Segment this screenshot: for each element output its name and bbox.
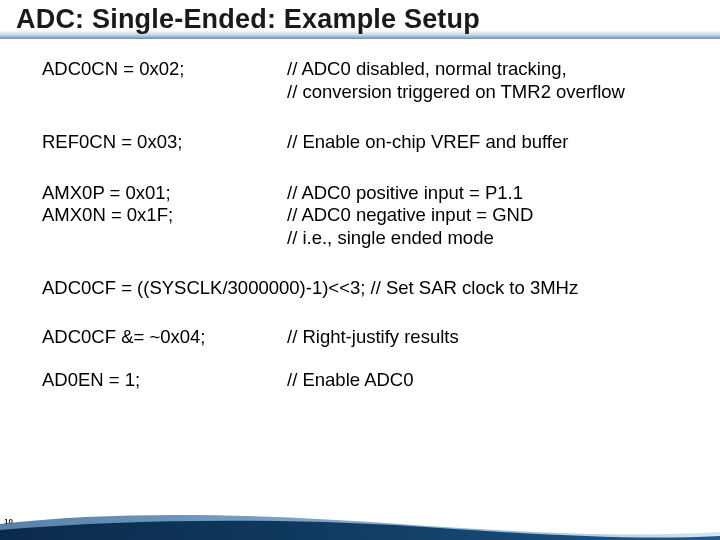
code-comment: // Enable on-chip VREF and buffer [287,131,700,154]
code-row: AD0EN = 1; // Enable ADC0 [42,369,700,392]
code-statement: ADC0CN = 0x02; [42,58,287,81]
code-row: ADC0CN = 0x02; // ADC0 disabled, normal … [42,58,700,103]
footer-decoration [0,510,720,540]
code-row: REF0CN = 0x03; // Enable on-chip VREF an… [42,131,700,154]
slide: ADC: Single-Ended: Example Setup ADC0CN … [0,0,720,540]
code-comment: // ADC0 positive input = P1.1 // ADC0 ne… [287,182,700,250]
code-statement: AMX0P = 0x01; AMX0N = 0x1F; [42,182,287,227]
code-row: AMX0P = 0x01; AMX0N = 0x1F; // ADC0 posi… [42,182,700,250]
code-statement: AD0EN = 1; [42,369,287,392]
code-comment: // Right-justify results [287,326,700,349]
slide-title: ADC: Single-Ended: Example Setup [16,4,720,35]
code-row: ADC0CF &= ~0x04; // Right-justify result… [42,326,700,349]
code-statement: ADC0CF &= ~0x04; [42,326,287,349]
code-comment: // ADC0 disabled, normal tracking, // co… [287,58,700,103]
code-statement: REF0CN = 0x03; [42,131,287,154]
title-bar: ADC: Single-Ended: Example Setup [0,0,720,39]
footer-wave-icon [0,510,720,540]
slide-content: ADC0CN = 0x02; // ADC0 disabled, normal … [42,58,700,411]
code-comment: // Enable ADC0 [287,369,700,392]
code-full-line: ADC0CF = ((SYSCLK/3000000)-1)<<3; // Set… [42,277,700,300]
